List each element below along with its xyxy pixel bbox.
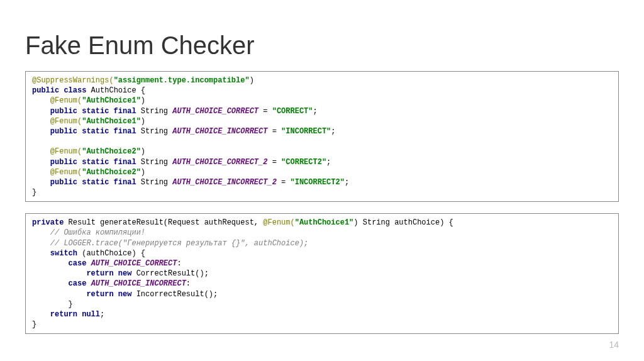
str: "AuthChoice1"	[82, 96, 141, 105]
ann: @SuppressWarnings(	[32, 76, 114, 85]
txt: IncorrectResult();	[131, 290, 218, 299]
ident: AUTH_CHOICE_CORRECT	[91, 259, 177, 268]
txt: :	[186, 279, 191, 288]
txt: Result generateResult(Request authReques…	[64, 218, 263, 227]
kw: public static final	[32, 107, 136, 116]
ident: AUTH_CHOICE_INCORRECT_2	[172, 178, 277, 187]
code-block-2: private Result generateResult(Request au…	[25, 213, 619, 334]
kw: public static final	[32, 178, 136, 187]
txt: AuthChoice {	[86, 86, 145, 95]
code-block-1: @SuppressWarnings("assignment.type.incom…	[25, 71, 619, 202]
txt: ;	[331, 127, 335, 136]
txt: CorrectResult();	[131, 269, 208, 278]
txt: ;	[345, 178, 349, 187]
txt: =	[267, 158, 281, 167]
str: "assignment.type.incompatible"	[114, 76, 250, 85]
txt: String authChoice) {	[358, 218, 453, 227]
slide-title: Fake Enum Checker	[25, 31, 619, 60]
kw: private	[32, 218, 64, 227]
txt: (authChoice) {	[77, 249, 145, 258]
str: "AuthChoice2"	[82, 147, 141, 156]
txt: )	[353, 218, 358, 227]
ident: AUTH_CHOICE_INCORRECT	[172, 127, 267, 136]
txt: )	[141, 147, 145, 156]
kw: return new	[32, 269, 131, 278]
txt: String	[136, 127, 173, 136]
txt: String	[136, 158, 173, 167]
txt: ;	[100, 310, 104, 319]
kw: public static final	[32, 127, 136, 136]
ann: @Fenum(	[32, 147, 82, 156]
kw: public class	[32, 86, 86, 95]
str: "AuthChoice1"	[295, 218, 354, 227]
str: "INCORRECT"	[281, 127, 331, 136]
ident: AUTH_CHOICE_INCORRECT	[91, 279, 186, 288]
ann: @Fenum(	[32, 117, 82, 126]
str: "CORRECT"	[272, 107, 313, 116]
txt: }	[32, 300, 73, 309]
ann: @Fenum(	[263, 218, 294, 227]
txt: ;	[326, 158, 331, 167]
str: "AuthChoice1"	[82, 117, 141, 126]
ident: AUTH_CHOICE_CORRECT_2	[172, 158, 267, 167]
txt: String	[136, 107, 173, 116]
str: "AuthChoice2"	[82, 168, 141, 177]
kw: return null	[32, 310, 100, 319]
page-number: 14	[609, 340, 619, 350]
ann: @Fenum(	[32, 168, 82, 177]
comment: // Ошибка компиляции!	[32, 228, 145, 237]
txt: =	[267, 127, 281, 136]
comment: // LOGGER.trace("Генерируется результат …	[32, 239, 308, 248]
txt: )	[250, 76, 254, 85]
txt: )	[141, 96, 145, 105]
txt: ;	[313, 107, 318, 116]
kw: case	[32, 279, 91, 288]
kw: return new	[32, 290, 131, 299]
kw: switch	[32, 249, 77, 258]
txt: =	[277, 178, 291, 187]
txt: }	[32, 320, 36, 329]
ident: AUTH_CHOICE_CORRECT	[172, 107, 258, 116]
kw: public static final	[32, 158, 136, 167]
kw: case	[32, 259, 91, 268]
str: "INCORRECT2"	[291, 178, 345, 187]
ann: @Fenum(	[32, 96, 82, 105]
str: "CORRECT2"	[281, 158, 326, 167]
txt: )	[141, 168, 145, 177]
txt: )	[141, 117, 145, 126]
txt: :	[177, 259, 181, 268]
txt: String	[136, 178, 173, 187]
txt: }	[32, 188, 36, 197]
txt: =	[258, 107, 272, 116]
